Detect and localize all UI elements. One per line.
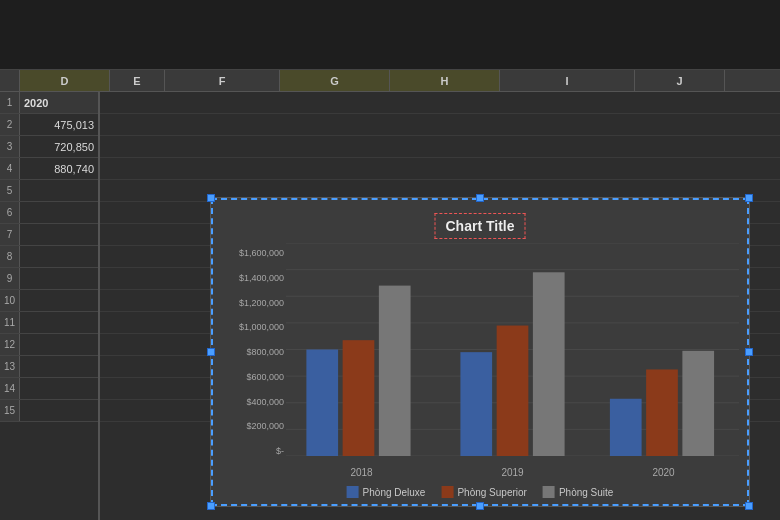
y-label-6: $400,000 <box>246 397 284 407</box>
cell-row-3: 3 720,850 <box>0 136 98 158</box>
handle-bottom-mid[interactable] <box>476 502 484 510</box>
handle-bottom-left[interactable] <box>207 502 215 510</box>
bar-superior-2019 <box>497 326 529 456</box>
y-axis-labels: $1,600,000 $1,400,000 $1,200,000 $1,000,… <box>216 248 284 456</box>
handle-bottom-right[interactable] <box>745 502 753 510</box>
row-num-9: 9 <box>0 268 20 289</box>
cell-value-1: 475,013 <box>20 114 98 135</box>
y-label-8: $- <box>276 446 284 456</box>
col-header-g: G <box>280 70 390 91</box>
legend-color-superior <box>441 486 453 498</box>
cell-row-10: 10 <box>0 290 98 312</box>
bar-deluxe-2020 <box>610 399 642 456</box>
bar-deluxe-2019 <box>460 352 492 456</box>
y-label-0: $1,600,000 <box>239 248 284 258</box>
row-num-13: 13 <box>0 356 20 377</box>
row-num-2: 2 <box>0 114 20 135</box>
bar-superior-2020 <box>646 369 678 456</box>
cell-row-2: 2 475,013 <box>0 114 98 136</box>
handle-top-left[interactable] <box>207 194 215 202</box>
bar-suite-2018 <box>379 286 411 456</box>
row-num-1: 1 <box>0 92 20 113</box>
row-num-7: 7 <box>0 224 20 245</box>
legend-label-deluxe: Phòng Deluxe <box>363 487 426 498</box>
x-label-2020: 2020 <box>652 467 674 478</box>
cell-row-4: 4 880,740 <box>0 158 98 180</box>
column-headers: D E F G H I J <box>0 70 780 92</box>
legend-label-suite: Phòng Suite <box>559 487 614 498</box>
cell-row-7: 7 <box>0 224 98 246</box>
row-num-14: 14 <box>0 378 20 399</box>
cell-row-14: 14 <box>0 378 98 400</box>
legend-item-superior: Phòng Superior <box>441 486 527 498</box>
cell-row-15: 15 <box>0 400 98 422</box>
cell-row-8: 8 <box>0 246 98 268</box>
col-header-i: I <box>500 70 635 91</box>
spreadsheet-bg: D E F G H I J 1 2020 2 475,013 3 <box>0 0 780 520</box>
chart-svg-container <box>286 243 739 456</box>
bar-superior-2018 <box>343 340 375 456</box>
cell-row-11: 11 <box>0 312 98 334</box>
row-num-10: 10 <box>0 290 20 311</box>
row-num-5: 5 <box>0 180 20 201</box>
col-header-h: H <box>390 70 500 91</box>
top-bar <box>0 0 780 70</box>
cell-row-9: 9 <box>0 268 98 290</box>
handle-top-mid[interactable] <box>476 194 484 202</box>
bar-suite-2020 <box>682 351 714 456</box>
bar-deluxe-2018 <box>306 350 338 457</box>
legend-item-deluxe: Phòng Deluxe <box>347 486 426 498</box>
col-header-e: E <box>110 70 165 91</box>
cell-year: 2020 <box>20 92 98 113</box>
chart-title[interactable]: Chart Title <box>435 213 526 239</box>
y-label-4: $800,000 <box>246 347 284 357</box>
handle-mid-right[interactable] <box>745 348 753 356</box>
y-label-1: $1,400,000 <box>239 273 284 283</box>
handle-mid-left[interactable] <box>207 348 215 356</box>
y-label-3: $1,000,000 <box>239 322 284 332</box>
y-label-2: $1,200,000 <box>239 298 284 308</box>
col-header-d: D <box>20 70 110 91</box>
cell-row-header: 1 2020 <box>0 92 98 114</box>
row-num-3: 3 <box>0 136 20 157</box>
row-num-15: 15 <box>0 400 20 421</box>
legend-label-superior: Phòng Superior <box>457 487 527 498</box>
cells-panel: 1 2020 2 475,013 3 720,850 4 880,740 5 <box>0 92 100 520</box>
row-num-8: 8 <box>0 246 20 267</box>
y-label-5: $600,000 <box>246 372 284 382</box>
grid-area: 1 2020 2 475,013 3 720,850 4 880,740 5 <box>0 92 780 520</box>
legend-color-deluxe <box>347 486 359 498</box>
x-axis-labels: 2018 2019 2020 <box>286 467 739 478</box>
bar-suite-2019 <box>533 272 565 456</box>
cell-row-13: 13 <box>0 356 98 378</box>
cell-row-12: 12 <box>0 334 98 356</box>
row-num-4: 4 <box>0 158 20 179</box>
col-header-f: F <box>165 70 280 91</box>
cell-row-6: 6 <box>0 202 98 224</box>
bar-chart <box>286 243 739 456</box>
x-label-2018: 2018 <box>350 467 372 478</box>
row-num-11: 11 <box>0 312 20 333</box>
chart-legend: Phòng Deluxe Phòng Superior Phòng Suite <box>347 486 614 498</box>
x-label-2019: 2019 <box>501 467 523 478</box>
cell-value-3: 880,740 <box>20 158 98 179</box>
y-label-7: $200,000 <box>246 421 284 431</box>
legend-color-suite <box>543 486 555 498</box>
row-num-6: 6 <box>0 202 20 223</box>
chart-container[interactable]: Chart Title $1,600,000 $1,400,000 $1,200… <box>210 197 750 507</box>
handle-top-right[interactable] <box>745 194 753 202</box>
legend-item-suite: Phòng Suite <box>543 486 614 498</box>
cell-row-5: 5 <box>0 180 98 202</box>
col-header-j: J <box>635 70 725 91</box>
row-num-12: 12 <box>0 334 20 355</box>
main-grid: Chart Title $1,600,000 $1,400,000 $1,200… <box>100 92 780 520</box>
cell-value-2: 720,850 <box>20 136 98 157</box>
